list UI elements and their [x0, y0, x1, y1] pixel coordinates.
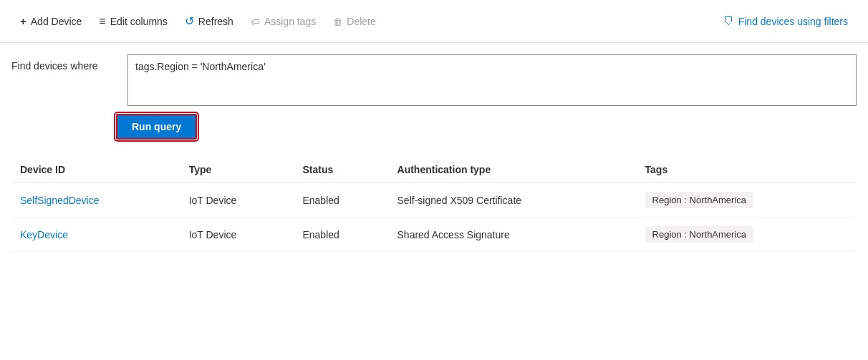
query-input[interactable]: tags.Region = 'NorthAmerica'	[127, 54, 857, 106]
toolbar-left: Add Device Edit columns Refresh Assign t…	[11, 9, 712, 34]
device-tags: Region : NorthAmerica	[637, 183, 857, 218]
device-status: Enabled	[294, 183, 388, 218]
device-auth-type: Self-signed X509 Certificate	[389, 183, 637, 218]
tag-badge: Region : NorthAmerica	[645, 226, 754, 243]
delete-label: Delete	[347, 16, 375, 27]
assign-tags-button[interactable]: Assign tags	[242, 9, 324, 33]
edit-columns-button[interactable]: Edit columns	[90, 9, 176, 34]
query-section: Find devices where tags.Region = 'NorthA…	[0, 43, 868, 108]
edit-columns-label: Edit columns	[110, 16, 168, 27]
device-auth-type: Shared Access Signature	[389, 218, 637, 252]
device-type: IoT Device	[180, 218, 294, 252]
tag-badge: Region : NorthAmerica	[645, 192, 754, 208]
device-id-link[interactable]: KeyDevice	[20, 229, 68, 240]
run-query-wrapper: Run query	[0, 108, 868, 140]
filter-icon	[723, 15, 734, 27]
add-device-label: Add Device	[31, 16, 82, 27]
device-id-link[interactable]: SelfSignedDevice	[20, 195, 100, 206]
device-tags: Region : NorthAmerica	[637, 218, 857, 252]
table-header-row: Device ID Type Status Authentication typ…	[11, 157, 857, 183]
query-input-area: tags.Region = 'NorthAmerica'	[127, 54, 857, 108]
col-auth-type: Authentication type	[389, 157, 637, 183]
refresh-icon	[185, 14, 194, 28]
col-status: Status	[294, 157, 388, 183]
delete-icon	[333, 15, 342, 27]
refresh-label: Refresh	[198, 16, 233, 27]
toolbar: Add Device Edit columns Refresh Assign t…	[0, 0, 868, 43]
table-row: KeyDeviceIoT DeviceEnabledShared Access …	[11, 218, 857, 252]
plus-icon	[20, 15, 26, 27]
table-section: Device ID Type Status Authentication typ…	[0, 140, 868, 252]
assign-tags-label: Assign tags	[264, 16, 316, 27]
devices-table: Device ID Type Status Authentication typ…	[11, 157, 857, 252]
run-query-label: Run query	[132, 121, 181, 132]
query-label: Find devices where	[11, 54, 119, 72]
col-device-id: Device ID	[11, 157, 180, 183]
toolbar-right: Find devices using filters	[715, 9, 857, 33]
add-device-button[interactable]: Add Device	[11, 9, 90, 33]
delete-button[interactable]: Delete	[324, 9, 384, 33]
find-devices-label: Find devices using filters	[738, 16, 848, 27]
edit-columns-icon	[99, 15, 105, 28]
device-type: IoT Device	[180, 183, 294, 218]
table-row: SelfSignedDeviceIoT DeviceEnabledSelf-si…	[11, 183, 857, 218]
device-status: Enabled	[294, 218, 388, 252]
run-query-button[interactable]: Run query	[116, 114, 197, 140]
refresh-button[interactable]: Refresh	[176, 9, 242, 34]
col-type: Type	[180, 157, 294, 183]
find-devices-button[interactable]: Find devices using filters	[715, 9, 857, 33]
tag-icon	[251, 15, 260, 27]
col-tags: Tags	[637, 157, 857, 183]
